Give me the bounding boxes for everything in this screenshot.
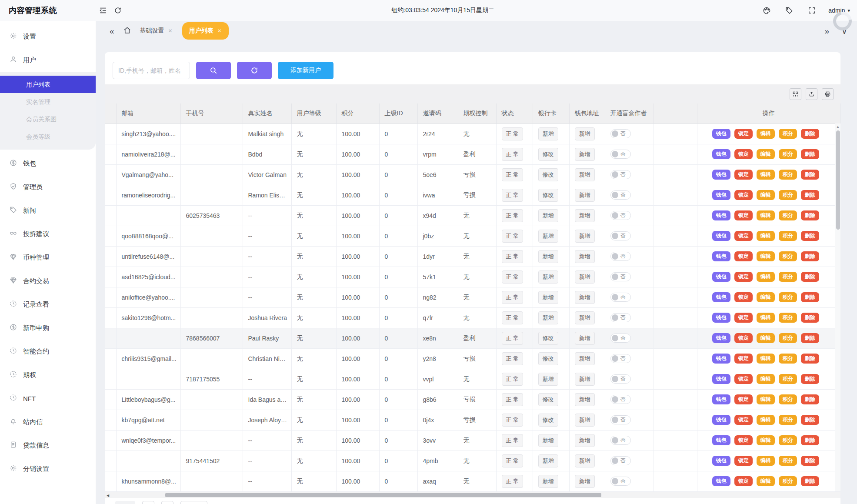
action-wallet-button[interactable]: 钱包 [712, 313, 730, 323]
sidebar-item[interactable]: 期权 [0, 365, 96, 384]
action-lock-button[interactable]: 锁定 [734, 149, 753, 159]
action-edit-button[interactable]: 编辑 [757, 333, 775, 343]
scroll-up-icon[interactable]: ▲ [835, 123, 840, 130]
sidebar-subitem[interactable]: 实名管理 [0, 93, 96, 110]
sidebar-item[interactable]: 贷款信息 [0, 436, 96, 455]
action-edit-button[interactable]: 编辑 [757, 190, 775, 200]
bank-badge[interactable]: 新增 [538, 311, 558, 324]
action-points-button[interactable]: 积分 [779, 210, 797, 220]
tab-inactive[interactable]: 基础设置✕ [140, 27, 173, 35]
status-badge[interactable]: 正 常 [502, 332, 524, 345]
reset-refresh-button[interactable] [237, 62, 272, 79]
sidebar-item[interactable]: 钱包 [0, 154, 96, 173]
action-wallet-button[interactable]: 钱包 [712, 292, 730, 302]
wallet-badge[interactable]: 新增 [575, 189, 595, 202]
action-lock-button[interactable]: 锁定 [734, 170, 753, 180]
tab-active[interactable]: 用户列表✕ [182, 22, 229, 40]
bank-badge[interactable]: 新增 [538, 373, 558, 386]
action-points-button[interactable]: 积分 [779, 231, 797, 241]
wallet-badge[interactable]: 新增 [575, 250, 595, 263]
bank-badge[interactable]: 修改 [538, 189, 558, 202]
action-edit-button[interactable]: 编辑 [757, 476, 775, 486]
action-edit-button[interactable]: 编辑 [757, 231, 775, 241]
action-edit-button[interactable]: 编辑 [757, 313, 775, 323]
sidebar-subitem-active[interactable]: 用户列表 [0, 76, 96, 93]
status-badge[interactable]: 正 常 [502, 414, 524, 427]
wallet-badge[interactable]: 新增 [575, 373, 595, 386]
bank-badge[interactable]: 新增 [538, 454, 558, 467]
action-delete-button[interactable]: 删除 [801, 476, 819, 486]
action-edit-button[interactable]: 编辑 [757, 129, 775, 139]
blindbox-toggle[interactable]: 否 [610, 211, 631, 220]
close-tab-icon[interactable]: ✕ [217, 28, 222, 34]
action-wallet-button[interactable]: 钱包 [712, 231, 730, 241]
wallet-badge[interactable]: 新增 [575, 311, 595, 324]
wallet-badge[interactable]: 新增 [575, 270, 595, 284]
action-delete-button[interactable]: 删除 [801, 190, 819, 200]
tag-icon[interactable] [783, 4, 795, 17]
wallet-badge[interactable]: 新增 [575, 393, 595, 406]
action-wallet-button[interactable]: 钱包 [712, 170, 730, 180]
sidebar-item[interactable]: 站内信 [0, 412, 96, 431]
search-button[interactable] [196, 62, 231, 79]
action-points-button[interactable]: 积分 [779, 313, 797, 323]
export-icon[interactable] [806, 88, 817, 100]
action-wallet-button[interactable]: 钱包 [712, 456, 730, 466]
status-badge[interactable]: 正 常 [502, 393, 524, 406]
action-edit-button[interactable]: 编辑 [757, 456, 775, 466]
bank-badge[interactable]: 修改 [538, 168, 558, 181]
action-lock-button[interactable]: 锁定 [734, 374, 753, 384]
bank-badge[interactable]: 新增 [538, 209, 558, 222]
theme-palette-icon[interactable] [760, 4, 773, 17]
vertical-scrollbar-thumb[interactable] [836, 130, 840, 230]
wallet-badge[interactable]: 新增 [575, 291, 595, 304]
action-lock-button[interactable]: 锁定 [734, 354, 753, 364]
action-delete-button[interactable]: 删除 [801, 354, 819, 364]
search-input[interactable] [113, 62, 190, 79]
bank-badge[interactable]: 新增 [538, 250, 558, 263]
sidebar-item[interactable]: 记录查看 [0, 295, 96, 314]
action-lock-button[interactable]: 锁定 [734, 210, 753, 220]
action-lock-button[interactable]: 锁定 [734, 292, 753, 302]
wallet-badge[interactable]: 新增 [575, 454, 595, 467]
action-delete-button[interactable]: 删除 [801, 456, 819, 466]
wallet-badge[interactable]: 新增 [575, 230, 595, 243]
blindbox-toggle[interactable]: 否 [610, 231, 631, 240]
action-wallet-button[interactable]: 钱包 [712, 394, 730, 404]
bank-badge[interactable]: 修改 [538, 148, 558, 161]
action-delete-button[interactable]: 删除 [801, 435, 819, 445]
bank-badge[interactable]: 修改 [538, 393, 558, 406]
fullscreen-icon[interactable] [806, 4, 818, 17]
action-edit-button[interactable]: 编辑 [757, 374, 775, 384]
action-delete-button[interactable]: 删除 [801, 272, 819, 282]
action-points-button[interactable]: 积分 [779, 435, 797, 445]
action-points-button[interactable]: 积分 [779, 415, 797, 425]
bank-badge[interactable]: 修改 [538, 332, 558, 345]
menu-fold-icon[interactable] [96, 3, 110, 18]
blindbox-toggle[interactable]: 否 [610, 374, 631, 384]
bank-badge[interactable]: 新增 [538, 475, 558, 488]
action-wallet-button[interactable]: 钱包 [712, 476, 730, 486]
blindbox-toggle[interactable]: 否 [610, 395, 631, 404]
action-points-button[interactable]: 积分 [779, 170, 797, 180]
action-wallet-button[interactable]: 钱包 [712, 272, 730, 282]
action-wallet-button[interactable]: 钱包 [712, 210, 730, 220]
sidebar-item[interactable]: NFT [0, 389, 96, 408]
action-edit-button[interactable]: 编辑 [757, 210, 775, 220]
action-delete-button[interactable]: 删除 [801, 292, 819, 302]
blindbox-toggle[interactable]: 否 [610, 293, 631, 302]
action-lock-button[interactable]: 锁定 [734, 231, 753, 241]
status-badge[interactable]: 正 常 [502, 454, 524, 467]
wallet-badge[interactable]: 新增 [575, 168, 595, 181]
sidebar-item[interactable]: 合约交易 [0, 271, 96, 290]
action-lock-button[interactable]: 锁定 [734, 415, 753, 425]
sidebar-item[interactable]: 管理员 [0, 177, 96, 197]
close-tab-icon[interactable]: ✕ [168, 28, 173, 34]
bank-badge[interactable]: 修改 [538, 414, 558, 427]
action-points-button[interactable]: 积分 [779, 476, 797, 486]
scroll-tabs-left-icon[interactable]: « [110, 27, 114, 35]
wallet-badge[interactable]: 新增 [575, 352, 595, 365]
action-edit-button[interactable]: 编辑 [757, 292, 775, 302]
action-delete-button[interactable]: 删除 [801, 231, 819, 241]
horizontal-scrollbar-thumb[interactable] [165, 493, 601, 497]
